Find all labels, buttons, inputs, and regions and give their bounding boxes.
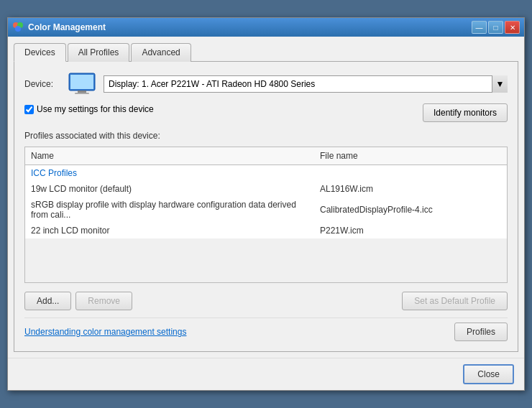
table-header-row: Name File name xyxy=(25,147,507,165)
icc-profiles-filename xyxy=(314,165,507,182)
use-settings-label[interactable]: Use my settings for this device xyxy=(37,104,154,114)
tab-all-profiles[interactable]: All Profiles xyxy=(68,43,130,62)
minimize-button[interactable]: — xyxy=(472,21,487,34)
title-close-button[interactable]: ✕ xyxy=(505,21,520,34)
title-bar-controls: — □ ✕ xyxy=(472,21,520,34)
tab-bar: Devices All Profiles Advanced xyxy=(14,42,518,62)
checkbox-identify-row: Use my settings for this device Identify… xyxy=(24,103,508,122)
remove-button[interactable]: Remove xyxy=(75,292,132,310)
col-filename-header: File name xyxy=(314,147,507,165)
profiles-table-body: ICC Profiles 19w LCD monitor (default) A… xyxy=(25,165,507,239)
title-bar-left: Color Management xyxy=(12,22,106,33)
tab-devices[interactable]: Devices xyxy=(14,43,66,62)
checkbox-row: Use my settings for this device xyxy=(24,104,154,114)
window-content: Devices All Profiles Advanced Device: Di… xyxy=(8,37,524,358)
profile-name-2: sRGB display profile with display hardwa… xyxy=(31,200,296,220)
table-row[interactable]: sRGB display profile with display hardwa… xyxy=(25,197,507,223)
table-row[interactable]: 19w LCD monitor (default) AL1916W.icm xyxy=(25,181,507,197)
window-title: Color Management xyxy=(28,22,106,32)
tab-advanced[interactable]: Advanced xyxy=(131,43,191,62)
use-settings-checkbox[interactable] xyxy=(24,105,34,114)
bottom-buttons: Add... Remove Set as Default Profile xyxy=(24,292,508,310)
icc-profiles-label: ICC Profiles xyxy=(31,168,77,178)
identify-monitors-button[interactable]: Identify monitors xyxy=(423,103,508,122)
set-default-button[interactable]: Set as Default Profile xyxy=(402,292,508,310)
device-row: Device: Display: 1. Acer P221W - ATI Rad… xyxy=(24,72,508,96)
svg-rect-4 xyxy=(70,75,93,89)
profile-name-1: 19w LCD monitor (default) xyxy=(31,184,132,194)
profiles-table: Name File name ICC Profiles 19w LCD moni… xyxy=(25,147,507,238)
device-label: Device: xyxy=(24,79,60,89)
profiles-button[interactable]: Profiles xyxy=(454,323,508,341)
title-bar: Color Management — □ ✕ xyxy=(8,18,524,37)
profile-name-3: 22 inch LCD monitor xyxy=(31,226,109,236)
add-button[interactable]: Add... xyxy=(24,292,71,310)
device-select[interactable]: Display: 1. Acer P221W - ATI Radeon HD 4… xyxy=(104,75,508,93)
profiles-table-container: Name File name ICC Profiles 19w LCD moni… xyxy=(24,147,508,283)
close-button[interactable]: Close xyxy=(463,364,514,384)
color-management-icon xyxy=(12,22,24,33)
col-name-header: Name xyxy=(25,147,314,165)
understanding-link[interactable]: Understanding color management settings xyxy=(24,327,186,337)
profiles-section-label: Profiles associated with this device: xyxy=(24,131,508,141)
table-row[interactable]: ICC Profiles xyxy=(25,165,507,182)
svg-rect-5 xyxy=(78,91,86,93)
device-select-wrapper: Display: 1. Acer P221W - ATI Radeon HD 4… xyxy=(104,75,508,93)
profile-filename-1: AL1916W.icm xyxy=(314,181,507,197)
tab-content-devices: Device: Display: 1. Acer P221W - ATI Rad… xyxy=(14,62,518,352)
profile-filename-3: P221W.icm xyxy=(314,223,507,238)
svg-rect-6 xyxy=(75,93,89,94)
bottom-left-buttons: Add... Remove xyxy=(24,292,132,310)
window-footer: Close xyxy=(8,358,524,390)
monitor-icon xyxy=(68,72,96,96)
profile-filename-2: CalibratedDisplayProfile-4.icc xyxy=(314,197,507,223)
footer-row: Understanding color management settings … xyxy=(24,317,508,341)
maximize-button[interactable]: □ xyxy=(488,21,503,34)
table-row[interactable]: 22 inch LCD monitor P221W.icm xyxy=(25,223,507,238)
svg-point-2 xyxy=(15,26,21,32)
main-window: Color Management — □ ✕ Devices All Profi… xyxy=(7,17,525,391)
